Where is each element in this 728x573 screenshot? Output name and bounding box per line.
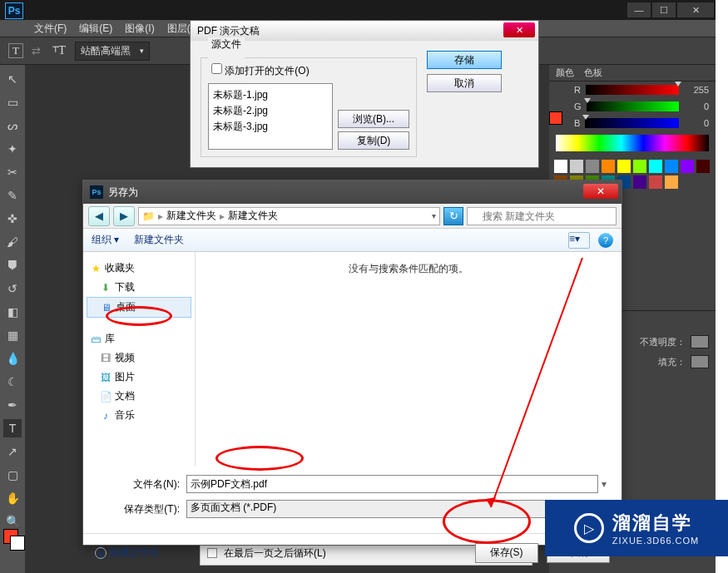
ps-mini-icon: Ps xyxy=(90,185,103,199)
zoom-tool-icon[interactable]: 🔍 xyxy=(3,512,22,531)
save-as-close-icon[interactable]: ✕ xyxy=(583,184,618,199)
stamp-tool-icon[interactable]: ⛊ xyxy=(3,256,22,274)
watermark-text: 溜溜自学 xyxy=(612,511,699,536)
shape-tool-icon[interactable]: ▢ xyxy=(3,466,22,484)
eraser-tool-icon[interactable]: ◧ xyxy=(3,303,22,321)
b-slider[interactable] xyxy=(585,118,679,128)
breadcrumb-item[interactable]: 新建文件夹 xyxy=(166,209,216,223)
wand-tool-icon[interactable]: ✦ xyxy=(3,140,22,158)
forward-button[interactable]: ▶ xyxy=(113,206,135,226)
minimize-button[interactable]: — xyxy=(627,2,651,17)
source-files-list[interactable]: 未标题-1.jpg 未标题-2.jpg 未标题-3.jpg xyxy=(208,83,333,150)
save-button[interactable]: 保存(S) xyxy=(475,543,538,563)
breadcrumb-item[interactable]: 新建文件夹 xyxy=(228,209,278,223)
menu-image[interactable]: 图像(I) xyxy=(121,20,158,37)
source-files-legend: 源文件 xyxy=(208,37,245,52)
opacity-label: 不透明度： xyxy=(640,336,686,348)
path-tool-icon[interactable]: ↗ xyxy=(3,442,22,461)
tab-swatches[interactable]: 色板 xyxy=(584,67,602,79)
panel-fg-swatch[interactable] xyxy=(549,111,562,125)
filename-field[interactable] xyxy=(186,475,598,493)
opacity-field[interactable] xyxy=(691,335,709,348)
folder-tree[interactable]: ★收藏夹 ⬇下载 🖥桌面 🗃库 🎞视频 🖼图片 📄文档 ♪音乐 xyxy=(83,252,196,467)
new-folder-button[interactable]: 新建文件夹 xyxy=(134,233,184,247)
fill-label: 填充： xyxy=(658,356,686,368)
r-value[interactable]: 255 xyxy=(684,85,709,95)
organize-menu[interactable]: 组织 ▾ xyxy=(92,233,119,247)
view-mode-button[interactable]: ≡▾ xyxy=(568,232,590,249)
close-button[interactable]: ✕ xyxy=(677,2,714,17)
r-label: R xyxy=(574,85,581,95)
pdf-cancel-button[interactable]: 取消 xyxy=(427,74,502,92)
marquee-tool-icon[interactable]: ▭ xyxy=(3,93,22,111)
add-open-files-checkbox[interactable] xyxy=(211,63,222,74)
fill-field[interactable] xyxy=(691,355,709,368)
b-value[interactable]: 0 xyxy=(684,118,709,128)
store-button[interactable]: 存储 xyxy=(427,51,502,69)
breadcrumb[interactable]: 📁 ▸ 新建文件夹 ▸ 新建文件夹 ▾ xyxy=(138,207,440,225)
source-files-group: 源文件 添加打开的文件(O) 未标题-1.jpg 未标题-2.jpg 未标题-3… xyxy=(201,51,417,157)
save-as-dialog: Ps 另存为 ✕ ◀ ▶ 📁 ▸ 新建文件夹 ▸ 新建文件夹 ▾ ↻ 组织 ▾ … xyxy=(82,180,622,546)
move-tool-icon[interactable]: ↖ xyxy=(3,70,22,88)
g-slider[interactable] xyxy=(587,101,679,111)
ps-titlebar: — ☐ ✕ xyxy=(0,0,716,20)
menu-file[interactable]: 文件(F) xyxy=(30,20,71,37)
watermark-url: ZIXUE.3D66.COM xyxy=(612,536,699,546)
sidebar-item-documents[interactable]: 📄文档 xyxy=(87,387,191,406)
sidebar-item-music[interactable]: ♪音乐 xyxy=(87,406,191,425)
ps-toolbox: ↖ ▭ ᔕ ✦ ✂ ✎ ✜ 🖌 ⛊ ↺ ◧ ▦ 💧 ☾ ✒ T ↗ ▢ ✋ 🔍 xyxy=(0,65,25,531)
refresh-button[interactable]: ↻ xyxy=(443,207,463,225)
hide-folders-link[interactable]: ▲ 隐藏文件夹 xyxy=(95,546,160,560)
color-spectrum[interactable] xyxy=(556,135,709,151)
sidebar-item-desktop[interactable]: 🖥桌面 xyxy=(87,297,191,318)
play-icon: ▷ xyxy=(574,513,604,543)
save-as-titlebar[interactable]: Ps 另存为 ✕ xyxy=(83,180,622,204)
g-label: G xyxy=(574,101,582,111)
r-slider[interactable] xyxy=(586,85,679,95)
g-value[interactable]: 0 xyxy=(684,101,709,111)
maximize-button[interactable]: ☐ xyxy=(652,2,676,17)
gradient-tool-icon[interactable]: ▦ xyxy=(3,326,22,344)
pen-tool-icon[interactable]: ✒ xyxy=(3,396,22,414)
lasso-tool-icon[interactable]: ᔕ xyxy=(3,116,22,135)
filename-label: 文件名(N): xyxy=(95,477,186,491)
search-input[interactable] xyxy=(467,207,617,225)
pdf-presentation-dialog: PDF 演示文稿 ✕ 源文件 添加打开的文件(O) 未标题-1.jpg 未标题-… xyxy=(190,20,539,168)
tab-color[interactable]: 颜色 xyxy=(556,67,574,79)
history-brush-icon[interactable]: ↺ xyxy=(3,279,22,298)
browse-button[interactable]: 浏览(B)... xyxy=(338,110,409,128)
font-family-select[interactable]: 站酷高端黑▾ xyxy=(75,42,150,61)
nav-bar: ◀ ▶ 📁 ▸ 新建文件夹 ▸ 新建文件夹 ▾ ↻ xyxy=(83,204,622,229)
brush-tool-icon[interactable]: 🖌 xyxy=(3,233,22,251)
sidebar-item-pictures[interactable]: 🖼图片 xyxy=(87,368,191,387)
crop-tool-icon[interactable]: ✂ xyxy=(3,163,22,181)
empty-message: 没有与搜索条件匹配的项。 xyxy=(349,263,468,274)
dodge-tool-icon[interactable]: ☾ xyxy=(3,373,22,391)
hand-tool-icon[interactable]: ✋ xyxy=(3,489,22,507)
back-button[interactable]: ◀ xyxy=(88,206,110,226)
type-tool-icon[interactable]: T xyxy=(3,419,22,437)
help-icon[interactable]: ? xyxy=(598,233,613,248)
heal-tool-icon[interactable]: ✜ xyxy=(3,210,22,228)
type-tool-icon[interactable]: T xyxy=(8,43,23,58)
blur-tool-icon[interactable]: 💧 xyxy=(3,349,22,368)
pdf-dialog-close-icon[interactable]: ✕ xyxy=(503,22,535,37)
eyedropper-tool-icon[interactable]: ✎ xyxy=(3,186,22,205)
list-item[interactable]: 未标题-1.jpg xyxy=(212,87,329,103)
orientation-icon[interactable]: ⸆T xyxy=(52,43,67,58)
sidebar-item-downloads[interactable]: ⬇下载 xyxy=(87,278,191,297)
background-color-swatch[interactable] xyxy=(10,536,25,551)
save-as-title: 另存为 xyxy=(108,185,138,200)
sidebar-item-libraries[interactable]: 🗃库 xyxy=(87,329,191,348)
sidebar-item-favorites[interactable]: ★收藏夹 xyxy=(87,259,191,278)
file-list-area: 没有与搜索条件匹配的项。 xyxy=(196,252,622,467)
watermark: ▷ 溜溜自学 ZIXUE.3D66.COM xyxy=(545,500,728,556)
filetype-select[interactable]: 多页面文档 (*.PDF) xyxy=(186,500,598,518)
list-item[interactable]: 未标题-2.jpg xyxy=(212,103,329,119)
menu-edit[interactable]: 编辑(E) xyxy=(75,20,116,37)
sidebar-item-videos[interactable]: 🎞视频 xyxy=(87,348,191,368)
save-as-toolbar: 组织 ▾ 新建文件夹 ≡▾ ? xyxy=(83,229,622,252)
copy-button[interactable]: 复制(D) xyxy=(338,131,409,150)
filetype-label: 保存类型(T): xyxy=(95,502,186,516)
list-item[interactable]: 未标题-3.jpg xyxy=(212,119,329,135)
